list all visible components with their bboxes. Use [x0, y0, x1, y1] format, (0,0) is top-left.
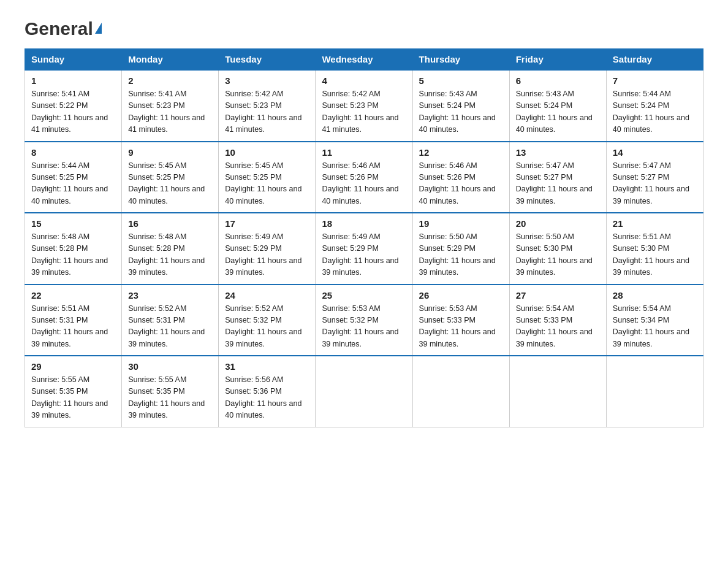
day-sunrise: Sunrise: 5:51 AM: [31, 304, 89, 313]
day-number: 22: [31, 290, 115, 301]
day-number: 25: [322, 290, 406, 301]
day-daylight: Daylight: 11 hours and 39 minutes.: [322, 256, 398, 277]
day-number: 9: [128, 147, 212, 158]
calendar-cell: 20 Sunrise: 5:50 AM Sunset: 5:30 PM Dayl…: [509, 213, 606, 285]
calendar-cell: 31 Sunrise: 5:56 AM Sunset: 5:36 PM Dayl…: [219, 356, 316, 427]
day-sunrise: Sunrise: 5:54 AM: [613, 304, 671, 313]
calendar-cell: [509, 356, 606, 427]
calendar-week-row: 22 Sunrise: 5:51 AM Sunset: 5:31 PM Dayl…: [25, 285, 703, 356]
day-sunrise: Sunrise: 5:43 AM: [516, 90, 574, 98]
day-daylight: Daylight: 11 hours and 39 minutes.: [31, 327, 108, 348]
day-sunset: Sunset: 5:32 PM: [322, 316, 378, 324]
day-number: 10: [225, 147, 309, 158]
day-number: 8: [31, 147, 115, 158]
day-sunrise: Sunrise: 5:49 AM: [225, 232, 283, 241]
day-sunrise: Sunrise: 5:52 AM: [128, 304, 186, 313]
day-daylight: Daylight: 11 hours and 39 minutes.: [516, 256, 593, 277]
calendar-week-row: 15 Sunrise: 5:48 AM Sunset: 5:28 PM Dayl…: [25, 213, 703, 285]
calendar-cell: [316, 356, 412, 427]
calendar-cell: 3 Sunrise: 5:42 AM Sunset: 5:23 PM Dayli…: [219, 70, 316, 142]
day-daylight: Daylight: 11 hours and 41 minutes.: [322, 113, 398, 134]
calendar-header-friday: Friday: [509, 49, 606, 71]
day-sunrise: Sunrise: 5:42 AM: [322, 90, 380, 98]
day-daylight: Daylight: 11 hours and 39 minutes.: [516, 185, 593, 205]
day-daylight: Daylight: 11 hours and 39 minutes.: [419, 256, 496, 277]
day-number: 26: [419, 290, 503, 301]
day-daylight: Daylight: 11 hours and 39 minutes.: [225, 256, 301, 277]
logo-triangle-icon: [95, 23, 102, 34]
day-daylight: Daylight: 11 hours and 40 minutes.: [225, 185, 301, 205]
calendar-cell: 8 Sunrise: 5:44 AM Sunset: 5:25 PM Dayli…: [25, 142, 122, 213]
day-sunset: Sunset: 5:30 PM: [613, 244, 669, 253]
day-sunrise: Sunrise: 5:45 AM: [225, 161, 283, 170]
day-sunrise: Sunrise: 5:52 AM: [225, 304, 283, 313]
calendar-cell: 7 Sunrise: 5:44 AM Sunset: 5:24 PM Dayli…: [606, 70, 703, 142]
day-number: 14: [613, 147, 697, 158]
calendar-cell: 29 Sunrise: 5:55 AM Sunset: 5:35 PM Dayl…: [25, 356, 122, 427]
day-sunset: Sunset: 5:23 PM: [225, 101, 281, 110]
day-sunset: Sunset: 5:24 PM: [419, 101, 476, 110]
day-number: 5: [419, 75, 503, 86]
calendar-cell: 24 Sunrise: 5:52 AM Sunset: 5:32 PM Dayl…: [219, 285, 316, 356]
day-sunset: Sunset: 5:26 PM: [419, 173, 476, 182]
calendar-cell: 9 Sunrise: 5:45 AM Sunset: 5:25 PM Dayli…: [122, 142, 219, 213]
day-number: 19: [419, 218, 503, 229]
calendar-cell: 13 Sunrise: 5:47 AM Sunset: 5:27 PM Dayl…: [509, 142, 606, 213]
day-sunset: Sunset: 5:23 PM: [322, 101, 378, 110]
day-number: 12: [419, 147, 503, 158]
day-sunset: Sunset: 5:31 PM: [31, 316, 88, 324]
calendar-cell: 17 Sunrise: 5:49 AM Sunset: 5:29 PM Dayl…: [219, 213, 316, 285]
day-number: 31: [225, 361, 309, 372]
calendar-cell: 25 Sunrise: 5:53 AM Sunset: 5:32 PM Dayl…: [316, 285, 412, 356]
day-sunrise: Sunrise: 5:50 AM: [516, 232, 574, 241]
calendar-header-saturday: Saturday: [606, 49, 703, 71]
day-number: 28: [613, 290, 697, 301]
calendar-week-row: 8 Sunrise: 5:44 AM Sunset: 5:25 PM Dayli…: [25, 142, 703, 213]
calendar-header-tuesday: Tuesday: [219, 49, 316, 71]
day-daylight: Daylight: 11 hours and 39 minutes.: [225, 327, 301, 348]
day-sunset: Sunset: 5:32 PM: [225, 316, 281, 324]
day-sunrise: Sunrise: 5:51 AM: [613, 232, 671, 241]
day-sunrise: Sunrise: 5:41 AM: [31, 90, 89, 98]
calendar-cell: 23 Sunrise: 5:52 AM Sunset: 5:31 PM Dayl…: [122, 285, 219, 356]
day-number: 18: [322, 218, 406, 229]
logo: General: [25, 18, 102, 40]
day-sunrise: Sunrise: 5:47 AM: [613, 161, 671, 170]
day-sunset: Sunset: 5:35 PM: [128, 387, 184, 396]
calendar-header-thursday: Thursday: [412, 49, 509, 71]
calendar-table: SundayMondayTuesdayWednesdayThursdayFrid…: [25, 48, 703, 427]
calendar-header-row: SundayMondayTuesdayWednesdayThursdayFrid…: [25, 49, 703, 71]
calendar-cell: 14 Sunrise: 5:47 AM Sunset: 5:27 PM Dayl…: [606, 142, 703, 213]
day-daylight: Daylight: 11 hours and 41 minutes.: [225, 113, 301, 134]
calendar-week-row: 29 Sunrise: 5:55 AM Sunset: 5:35 PM Dayl…: [25, 356, 703, 427]
day-sunrise: Sunrise: 5:53 AM: [419, 304, 477, 313]
day-number: 2: [128, 75, 212, 86]
calendar-cell: 10 Sunrise: 5:45 AM Sunset: 5:25 PM Dayl…: [219, 142, 316, 213]
day-sunrise: Sunrise: 5:42 AM: [225, 90, 283, 98]
calendar-cell: 22 Sunrise: 5:51 AM Sunset: 5:31 PM Dayl…: [25, 285, 122, 356]
calendar-week-row: 1 Sunrise: 5:41 AM Sunset: 5:22 PM Dayli…: [25, 70, 703, 142]
calendar-cell: 12 Sunrise: 5:46 AM Sunset: 5:26 PM Dayl…: [412, 142, 509, 213]
day-sunrise: Sunrise: 5:44 AM: [613, 90, 671, 98]
day-sunset: Sunset: 5:29 PM: [322, 244, 378, 253]
day-sunset: Sunset: 5:33 PM: [419, 316, 476, 324]
day-daylight: Daylight: 11 hours and 39 minutes.: [31, 256, 108, 277]
day-number: 13: [516, 147, 600, 158]
day-sunrise: Sunrise: 5:45 AM: [128, 161, 186, 170]
day-sunset: Sunset: 5:29 PM: [225, 244, 281, 253]
day-sunrise: Sunrise: 5:53 AM: [322, 304, 380, 313]
day-number: 21: [613, 218, 697, 229]
day-daylight: Daylight: 11 hours and 39 minutes.: [516, 327, 593, 348]
day-number: 29: [31, 361, 115, 372]
calendar-cell: 11 Sunrise: 5:46 AM Sunset: 5:26 PM Dayl…: [316, 142, 412, 213]
day-sunrise: Sunrise: 5:48 AM: [128, 232, 186, 241]
calendar-cell: 21 Sunrise: 5:51 AM Sunset: 5:30 PM Dayl…: [606, 213, 703, 285]
calendar-cell: 5 Sunrise: 5:43 AM Sunset: 5:24 PM Dayli…: [412, 70, 509, 142]
day-sunrise: Sunrise: 5:41 AM: [128, 90, 186, 98]
calendar-cell: 1 Sunrise: 5:41 AM Sunset: 5:22 PM Dayli…: [25, 70, 122, 142]
day-sunset: Sunset: 5:25 PM: [128, 173, 184, 182]
day-daylight: Daylight: 11 hours and 40 minutes.: [322, 185, 398, 205]
day-daylight: Daylight: 11 hours and 39 minutes.: [128, 327, 205, 348]
day-number: 7: [613, 75, 697, 86]
day-daylight: Daylight: 11 hours and 40 minutes.: [419, 113, 496, 134]
